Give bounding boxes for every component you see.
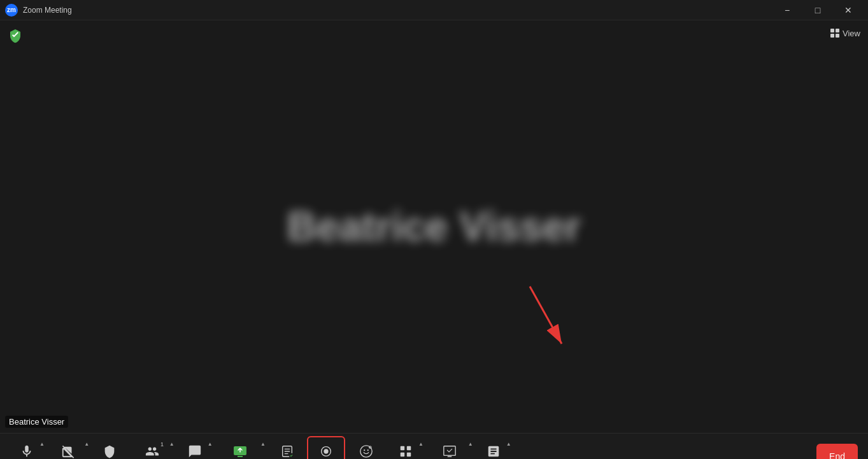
participants-icon: 1 [143, 442, 161, 459]
svg-point-8 [288, 453, 293, 458]
record-icon [317, 442, 335, 459]
participants-button[interactable]: ▲ 1 Participants [129, 436, 175, 460]
window-title: Zoom Meeting [23, 6, 72, 15]
svg-line-5 [530, 286, 562, 344]
security-button[interactable]: Security [90, 436, 129, 460]
reactions-icon: + [357, 442, 375, 459]
arrow-annotation [517, 280, 581, 357]
video-chevron[interactable]: ▲ [84, 441, 89, 447]
whiteboards-chevron[interactable]: ▲ [468, 441, 473, 447]
whiteboards-button[interactable]: ▲ Whiteboards [425, 436, 474, 460]
summary-button[interactable]: Summary [267, 436, 307, 460]
share-screen-button[interactable]: ▲ Share Screen [214, 436, 267, 460]
view-label: View [843, 29, 860, 38]
summary-icon [278, 442, 296, 459]
chat-button[interactable]: ▲ Chat [176, 436, 214, 460]
svg-rect-18 [401, 453, 404, 456]
app-logo: zm [5, 4, 18, 17]
notes-chevron[interactable]: ▲ [506, 441, 511, 447]
close-button[interactable]: ✕ [834, 0, 863, 20]
security-icon [101, 442, 118, 459]
window-controls: − □ ✕ [772, 0, 863, 20]
minimize-button[interactable]: − [772, 0, 802, 20]
svg-point-13 [367, 449, 368, 451]
svg-rect-0 [830, 29, 834, 32]
svg-rect-16 [401, 446, 404, 450]
apps-icon [397, 442, 415, 459]
svg-rect-1 [836, 29, 839, 32]
apps-button[interactable]: ▲ Apps [387, 436, 425, 460]
meeting-area: View Beatrice Visser Beatrice Visser [0, 20, 868, 433]
svg-point-10 [324, 449, 328, 453]
mute-button[interactable]: ▲ Mute [8, 436, 46, 460]
toolbar: ▲ Mute ▲ Start Video Security [0, 433, 868, 459]
security-badge [8, 28, 23, 43]
maximize-button[interactable]: □ [803, 0, 832, 20]
end-button[interactable]: End [816, 444, 858, 460]
view-button[interactable]: View [830, 28, 860, 38]
shield-icon [8, 28, 23, 43]
record-button[interactable]: Record [307, 436, 345, 460]
share-chevron[interactable]: ▲ [260, 441, 266, 447]
svg-text:+: + [369, 446, 370, 449]
name-label: Beatrice Visser [5, 416, 68, 428]
participants-count: 1 [160, 441, 164, 448]
titlebar: zm Zoom Meeting − □ ✕ [0, 0, 868, 20]
whiteboards-icon [441, 442, 459, 459]
svg-rect-17 [407, 446, 411, 450]
video-button[interactable]: ▲ Start Video [46, 436, 90, 460]
video-icon [59, 442, 77, 459]
chat-icon [186, 442, 204, 459]
titlebar-left: zm Zoom Meeting [5, 4, 72, 17]
svg-rect-19 [407, 453, 411, 456]
notes-icon [485, 442, 502, 459]
reactions-button[interactable]: + Reactions [345, 436, 387, 460]
apps-chevron[interactable]: ▲ [418, 441, 423, 447]
chat-chevron[interactable]: ▲ [208, 441, 213, 447]
mute-chevron[interactable]: ▲ [39, 441, 45, 447]
participant-name-display: Beatrice Visser [287, 203, 581, 250]
notes-button[interactable]: ▲ Notes [474, 436, 513, 460]
participants-chevron[interactable]: ▲ [169, 441, 174, 447]
svg-point-12 [364, 449, 365, 451]
svg-rect-3 [836, 34, 839, 38]
svg-rect-20 [444, 446, 455, 456]
mute-icon [18, 442, 36, 459]
share-screen-icon [231, 442, 249, 459]
svg-rect-2 [830, 34, 834, 38]
